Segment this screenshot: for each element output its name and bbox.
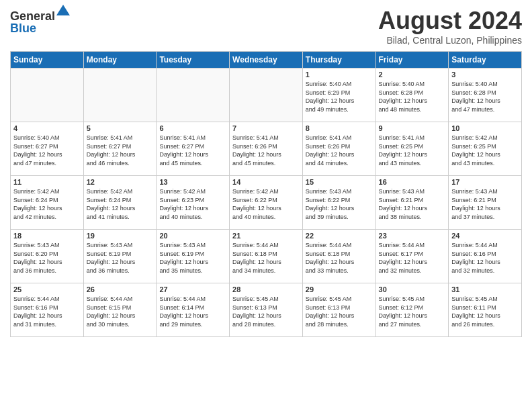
table-row: 3Sunrise: 5:40 AM Sunset: 6:28 PM Daylig… — [449, 68, 522, 122]
table-row: 19Sunrise: 5:43 AM Sunset: 6:19 PM Dayli… — [83, 230, 157, 283]
day-info: Sunrise: 5:44 AM Sunset: 6:16 PM Dayligh… — [13, 295, 81, 328]
day-number: 7 — [232, 124, 300, 132]
table-row: 30Sunrise: 5:45 AM Sunset: 6:12 PM Dayli… — [375, 283, 449, 337]
table-row — [83, 68, 157, 122]
day-info: Sunrise: 5:40 AM Sunset: 6:27 PM Dayligh… — [13, 134, 81, 167]
day-info: Sunrise: 5:44 AM Sunset: 6:16 PM Dayligh… — [451, 241, 519, 275]
day-info: Sunrise: 5:43 AM Sunset: 6:20 PM Dayligh… — [13, 241, 81, 275]
day-number: 29 — [306, 285, 373, 293]
day-info: Sunrise: 5:44 AM Sunset: 6:14 PM Dayligh… — [159, 295, 226, 328]
day-number: 17 — [451, 178, 519, 186]
calendar-week-1: 1Sunrise: 5:40 AM Sunset: 6:29 PM Daylig… — [11, 68, 522, 122]
table-row: 12Sunrise: 5:42 AM Sunset: 6:24 PM Dayli… — [83, 176, 157, 230]
table-row: 25Sunrise: 5:44 AM Sunset: 6:16 PM Dayli… — [11, 283, 84, 337]
day-info: Sunrise: 5:45 AM Sunset: 6:13 PM Dayligh… — [306, 295, 373, 328]
day-number: 27 — [159, 285, 226, 293]
col-thursday: Thursday — [302, 52, 375, 68]
day-number: 4 — [13, 124, 81, 132]
table-row: 22Sunrise: 5:44 AM Sunset: 6:18 PM Dayli… — [302, 230, 375, 283]
table-row: 26Sunrise: 5:44 AM Sunset: 6:15 PM Dayli… — [83, 283, 157, 337]
calendar-week-5: 25Sunrise: 5:44 AM Sunset: 6:16 PM Dayli… — [11, 283, 522, 337]
calendar-week-3: 11Sunrise: 5:42 AM Sunset: 6:24 PM Dayli… — [11, 176, 522, 230]
day-number: 18 — [13, 232, 81, 240]
table-row: 13Sunrise: 5:42 AM Sunset: 6:23 PM Dayli… — [157, 176, 230, 230]
col-saturday: Saturday — [449, 52, 522, 68]
day-info: Sunrise: 5:41 AM Sunset: 6:27 PM Dayligh… — [159, 134, 226, 167]
day-number: 14 — [232, 178, 300, 186]
calendar-week-2: 4Sunrise: 5:40 AM Sunset: 6:27 PM Daylig… — [11, 122, 522, 176]
calendar-table: Sunday Monday Tuesday Wednesday Thursday… — [10, 51, 522, 337]
day-info: Sunrise: 5:40 AM Sunset: 6:29 PM Dayligh… — [306, 80, 373, 113]
day-number: 10 — [451, 124, 519, 132]
day-info: Sunrise: 5:42 AM Sunset: 6:22 PM Dayligh… — [232, 187, 300, 221]
table-row: 14Sunrise: 5:42 AM Sunset: 6:22 PM Dayli… — [230, 176, 303, 230]
table-row: 23Sunrise: 5:44 AM Sunset: 6:17 PM Dayli… — [375, 230, 449, 283]
table-row: 17Sunrise: 5:43 AM Sunset: 6:21 PM Dayli… — [449, 176, 522, 230]
table-row: 4Sunrise: 5:40 AM Sunset: 6:27 PM Daylig… — [11, 122, 84, 176]
day-info: Sunrise: 5:42 AM Sunset: 6:23 PM Dayligh… — [159, 187, 226, 221]
table-row: 8Sunrise: 5:41 AM Sunset: 6:26 PM Daylig… — [302, 122, 375, 176]
calendar-week-4: 18Sunrise: 5:43 AM Sunset: 6:20 PM Dayli… — [11, 230, 522, 283]
day-number: 3 — [451, 71, 519, 79]
calendar-header-row: Sunday Monday Tuesday Wednesday Thursday… — [11, 52, 522, 68]
day-number: 25 — [13, 285, 81, 293]
table-row: 15Sunrise: 5:43 AM Sunset: 6:22 PM Dayli… — [302, 176, 375, 230]
col-monday: Monday — [83, 52, 157, 68]
day-number: 31 — [451, 285, 519, 293]
logo-blue-text: Blue — [10, 22, 55, 34]
day-number: 30 — [379, 285, 446, 293]
table-row: 2Sunrise: 5:40 AM Sunset: 6:28 PM Daylig… — [375, 68, 449, 122]
day-info: Sunrise: 5:41 AM Sunset: 6:27 PM Dayligh… — [87, 134, 154, 167]
day-number: 24 — [451, 232, 519, 240]
col-sunday: Sunday — [11, 52, 84, 68]
day-info: Sunrise: 5:44 AM Sunset: 6:15 PM Dayligh… — [87, 295, 154, 328]
day-number: 19 — [87, 232, 154, 240]
day-number: 5 — [87, 124, 154, 132]
month-year: August 2024 — [378, 7, 522, 35]
day-info: Sunrise: 5:43 AM Sunset: 6:21 PM Dayligh… — [379, 187, 446, 221]
day-info: Sunrise: 5:43 AM Sunset: 6:22 PM Dayligh… — [306, 187, 373, 221]
header: General Blue August 2024 Bilad, Central … — [10, 7, 522, 46]
table-row: 10Sunrise: 5:42 AM Sunset: 6:25 PM Dayli… — [449, 122, 522, 176]
day-number: 1 — [306, 71, 373, 79]
table-row: 16Sunrise: 5:43 AM Sunset: 6:21 PM Dayli… — [375, 176, 449, 230]
col-friday: Friday — [375, 52, 449, 68]
table-row — [157, 68, 230, 122]
col-wednesday: Wednesday — [230, 52, 303, 68]
day-info: Sunrise: 5:41 AM Sunset: 6:26 PM Dayligh… — [306, 134, 373, 167]
day-info: Sunrise: 5:43 AM Sunset: 6:19 PM Dayligh… — [159, 241, 226, 275]
main-container: General Blue August 2024 Bilad, Central … — [0, 0, 532, 344]
day-number: 15 — [306, 178, 373, 186]
day-number: 2 — [379, 71, 446, 79]
day-info: Sunrise: 5:42 AM Sunset: 6:24 PM Dayligh… — [87, 187, 154, 221]
day-number: 6 — [159, 124, 226, 132]
table-row: 28Sunrise: 5:45 AM Sunset: 6:13 PM Dayli… — [230, 283, 303, 337]
table-row: 5Sunrise: 5:41 AM Sunset: 6:27 PM Daylig… — [83, 122, 157, 176]
day-info: Sunrise: 5:45 AM Sunset: 6:12 PM Dayligh… — [379, 295, 446, 328]
table-row: 24Sunrise: 5:44 AM Sunset: 6:16 PM Dayli… — [449, 230, 522, 283]
day-number: 9 — [379, 124, 446, 132]
table-row: 29Sunrise: 5:45 AM Sunset: 6:13 PM Dayli… — [302, 283, 375, 337]
day-number: 20 — [159, 232, 226, 240]
day-info: Sunrise: 5:44 AM Sunset: 6:17 PM Dayligh… — [379, 241, 446, 275]
day-info: Sunrise: 5:42 AM Sunset: 6:25 PM Dayligh… — [451, 134, 519, 167]
logo-general-text: General — [10, 10, 55, 22]
table-row: 7Sunrise: 5:41 AM Sunset: 6:26 PM Daylig… — [230, 122, 303, 176]
table-row: 1Sunrise: 5:40 AM Sunset: 6:29 PM Daylig… — [302, 68, 375, 122]
table-row: 27Sunrise: 5:44 AM Sunset: 6:14 PM Dayli… — [157, 283, 230, 337]
day-number: 28 — [232, 285, 300, 293]
day-number: 26 — [87, 285, 154, 293]
logo-icon — [56, 3, 70, 17]
day-number: 8 — [306, 124, 373, 132]
day-info: Sunrise: 5:42 AM Sunset: 6:24 PM Dayligh… — [13, 187, 81, 221]
title-section: August 2024 Bilad, Central Luzon, Philip… — [378, 7, 522, 46]
day-info: Sunrise: 5:45 AM Sunset: 6:11 PM Dayligh… — [451, 295, 519, 328]
table-row: 18Sunrise: 5:43 AM Sunset: 6:20 PM Dayli… — [11, 230, 84, 283]
table-row: 20Sunrise: 5:43 AM Sunset: 6:19 PM Dayli… — [157, 230, 230, 283]
table-row: 21Sunrise: 5:44 AM Sunset: 6:18 PM Dayli… — [230, 230, 303, 283]
day-number: 22 — [306, 232, 373, 240]
table-row: 9Sunrise: 5:41 AM Sunset: 6:25 PM Daylig… — [375, 122, 449, 176]
col-tuesday: Tuesday — [157, 52, 230, 68]
logo: General Blue — [10, 10, 70, 34]
day-number: 12 — [87, 178, 154, 186]
